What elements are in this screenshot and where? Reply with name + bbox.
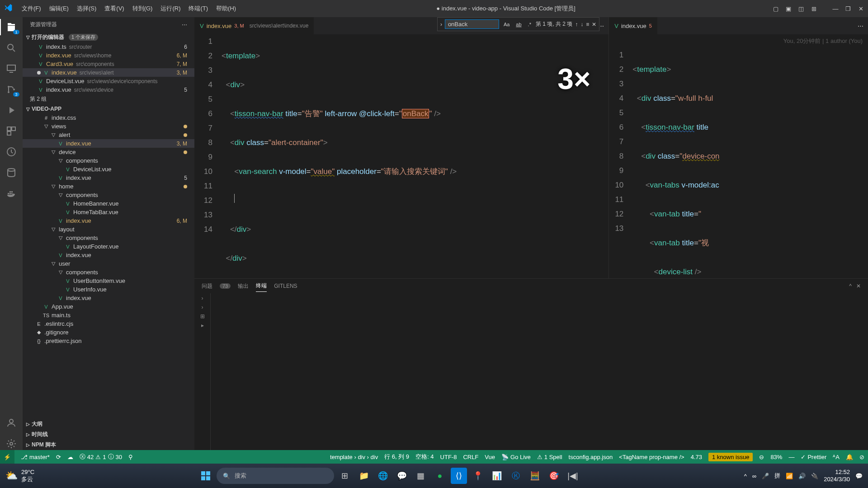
status-tagname[interactable]: <TagName prop-name /> bbox=[619, 454, 684, 460]
customize-layout-icon[interactable]: ⊞ bbox=[810, 5, 817, 12]
minimize-icon[interactable]: — bbox=[832, 5, 839, 12]
activity-database-icon[interactable] bbox=[5, 166, 18, 179]
status-crumb[interactable]: template › div › div bbox=[330, 454, 378, 460]
find-prev-icon[interactable]: ↑ bbox=[575, 21, 578, 28]
file-item[interactable]: E.eslintrc.cjs bbox=[23, 319, 194, 328]
activity-account-icon[interactable] bbox=[5, 417, 18, 429]
open-editor-item[interactable]: VCard3.vuesrc\components7, M bbox=[23, 60, 194, 68]
more-icon[interactable]: ⋯ bbox=[858, 23, 863, 29]
open-editor-item[interactable]: Vindex.vuesrc\views\device5 bbox=[23, 85, 194, 94]
terminal-content[interactable] bbox=[211, 293, 868, 450]
tray-ime-icon[interactable]: 拼 bbox=[774, 472, 780, 480]
status-zoom-in-icon[interactable]: — bbox=[788, 454, 794, 460]
open-editor-item[interactable]: Vindex.vuesrc\views\home6, M bbox=[23, 51, 194, 60]
folder-item[interactable]: ▽home bbox=[23, 182, 194, 191]
activity-remote-icon[interactable] bbox=[5, 62, 18, 75]
panel-close-icon[interactable]: ✕ bbox=[856, 283, 861, 289]
menu-help[interactable]: 帮助(H) bbox=[212, 3, 240, 14]
taskbar-weather[interactable]: ⛅ 29°C 多云 bbox=[5, 469, 34, 483]
sidebar-toggle-icon[interactable]: ◫ bbox=[797, 5, 805, 12]
open-editor-item[interactable]: VDeviceList.vuesrc\views\device\componen… bbox=[23, 77, 194, 85]
file-item[interactable]: Vindex.vue bbox=[23, 294, 194, 302]
app-icon[interactable]: |◀| bbox=[565, 468, 581, 484]
file-item[interactable]: VHomeTabBar.vue bbox=[23, 208, 194, 216]
status-font-icon[interactable]: ᴬA bbox=[833, 454, 840, 460]
file-item[interactable]: VUserButtonItem.vue bbox=[23, 277, 194, 285]
panel-tab-problems[interactable]: 问题 bbox=[202, 281, 212, 292]
folder-item[interactable]: ▽device bbox=[23, 148, 194, 156]
terminal-nav-icon[interactable]: › bbox=[202, 304, 203, 310]
folder-item[interactable]: ▽components bbox=[23, 268, 194, 277]
file-item[interactable]: Vindex.vue3, M bbox=[23, 139, 194, 148]
open-editors-section[interactable]: ▽ 打开的编辑器 1 个未保存 bbox=[23, 32, 194, 42]
file-item[interactable]: Vindex.vue bbox=[23, 251, 194, 259]
open-editor-item[interactable]: Vindex.tssrc\router6 bbox=[23, 42, 194, 51]
wechat-app-icon[interactable]: 💬 bbox=[394, 468, 410, 484]
app-icon[interactable]: ▦ bbox=[413, 468, 429, 484]
panel-tab-gitlens[interactable]: GITLENS bbox=[274, 281, 297, 291]
status-remote[interactable]: ⚡ bbox=[0, 450, 14, 464]
menu-file[interactable]: 文件(F) bbox=[18, 3, 45, 14]
activity-settings-icon[interactable] bbox=[5, 437, 18, 450]
status-cloud-icon[interactable]: ☁ bbox=[67, 454, 73, 460]
status-version[interactable]: 4.73 bbox=[691, 454, 702, 460]
panel-tab-terminal[interactable]: 终端 bbox=[256, 280, 267, 292]
open-editor-item[interactable]: Vindex.vuesrc\views\alert3, M bbox=[23, 68, 194, 77]
activity-search-icon[interactable] bbox=[5, 42, 18, 54]
menu-edit[interactable]: 编辑(E) bbox=[46, 3, 72, 14]
status-bell-icon[interactable]: 🔔 bbox=[846, 454, 853, 460]
find-close-icon[interactable]: ✕ bbox=[592, 21, 596, 28]
menu-terminal[interactable]: 终端(T) bbox=[185, 3, 212, 14]
code-editor-left[interactable]: 1234567891011121314 <template> <div> <ti… bbox=[194, 34, 609, 278]
status-encoding[interactable]: UTF-8 bbox=[440, 454, 457, 460]
find-regex-icon[interactable]: .* bbox=[526, 21, 533, 28]
npm-section[interactable]: ▷NPM 脚本 bbox=[23, 440, 194, 450]
explorer-app-icon[interactable]: 📁 bbox=[356, 468, 372, 484]
find-word-icon[interactable]: ab bbox=[514, 21, 523, 28]
folder-item[interactable]: ▽user bbox=[23, 259, 194, 268]
activity-liveshare-icon[interactable] bbox=[5, 145, 18, 158]
taskview-icon[interactable]: ⊞ bbox=[337, 468, 353, 484]
status-cursor[interactable]: 行 6, 列 9 bbox=[384, 453, 409, 461]
status-zoom[interactable]: 83% bbox=[770, 454, 782, 460]
maps-app-icon[interactable]: 📍 bbox=[470, 468, 486, 484]
terminal-cmd-icon[interactable]: ▸ bbox=[201, 322, 204, 328]
file-item[interactable]: #index.css bbox=[23, 113, 194, 122]
find-input[interactable] bbox=[445, 19, 499, 29]
file-item[interactable]: VUserInfo.vue bbox=[23, 285, 194, 294]
project-section[interactable]: ▽ VIDEO-APP bbox=[23, 104, 194, 113]
status-golive[interactable]: 📡 Go Live bbox=[501, 454, 531, 460]
menu-select[interactable]: 选择(S) bbox=[73, 3, 100, 14]
tray-icon[interactable]: ∞ bbox=[752, 473, 756, 479]
status-port-icon[interactable]: ⚲ bbox=[128, 454, 133, 460]
app-icon[interactable]: 🎯 bbox=[546, 468, 562, 484]
layout-toggle-icon[interactable]: ▢ bbox=[772, 5, 779, 12]
status-spaces[interactable]: 空格: 4 bbox=[415, 453, 434, 461]
outline-section[interactable]: ▷大纲 bbox=[23, 419, 194, 429]
taskbar-clock[interactable]: 12:52 2024/3/30 bbox=[824, 469, 850, 483]
status-spell[interactable]: ⚠ 1 Spell bbox=[537, 454, 562, 460]
tab-index-vue-right[interactable]: V index.vue 5 bbox=[609, 17, 657, 34]
status-sync-icon[interactable]: ⟳ bbox=[56, 454, 61, 460]
status-copilot-icon[interactable]: ⊘ bbox=[859, 454, 864, 460]
folder-item[interactable]: ▽layout bbox=[23, 225, 194, 234]
app-icon[interactable]: ● bbox=[432, 468, 448, 484]
file-item[interactable]: VHomeBanner.vue bbox=[23, 199, 194, 208]
status-zoom-out-icon[interactable]: ⊖ bbox=[759, 454, 764, 460]
menu-run[interactable]: 运行(R) bbox=[157, 3, 184, 14]
tray-chevron-icon[interactable]: ^ bbox=[744, 473, 747, 479]
activity-explorer-icon[interactable]: 1 bbox=[5, 21, 18, 33]
status-tsconfig[interactable]: tsconfig.app.json bbox=[569, 454, 613, 460]
calc-app-icon[interactable]: 🧮 bbox=[527, 468, 543, 484]
menu-view[interactable]: 查看(V) bbox=[101, 3, 127, 14]
chrome-app-icon[interactable]: 🌐 bbox=[375, 468, 391, 484]
app-icon[interactable]: Ⓚ bbox=[508, 468, 524, 484]
activity-extensions-icon[interactable] bbox=[5, 125, 18, 137]
folder-item[interactable]: ▽alert bbox=[23, 131, 194, 139]
folder-item[interactable]: ▽views bbox=[23, 122, 194, 131]
find-expand-icon[interactable]: › bbox=[440, 21, 442, 28]
maximize-icon[interactable]: ❐ bbox=[844, 5, 852, 12]
file-item[interactable]: Vindex.vue5 bbox=[23, 174, 194, 182]
start-button[interactable] bbox=[198, 468, 214, 484]
find-selection-icon[interactable]: ≡ bbox=[586, 21, 589, 28]
